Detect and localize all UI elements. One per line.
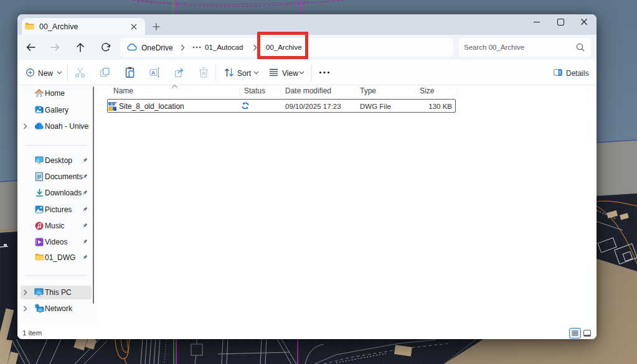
svg-text:A: A <box>151 70 155 76</box>
